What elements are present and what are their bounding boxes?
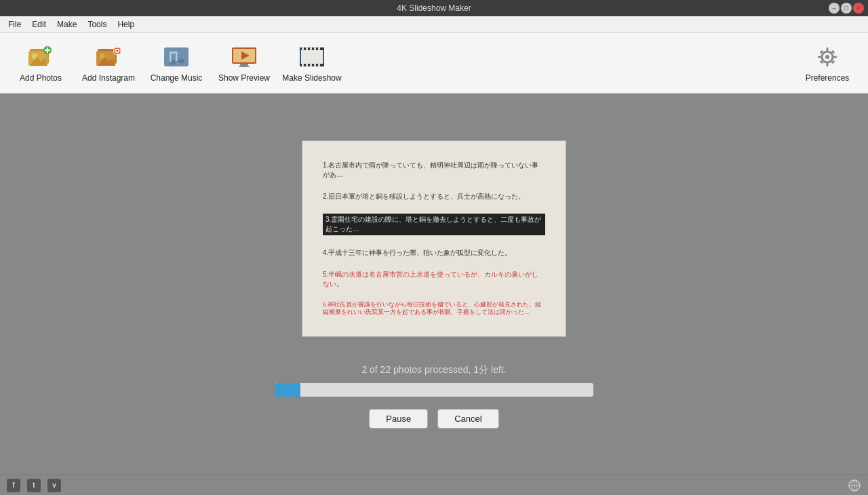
photo-line-6: 6.神社氏員が審議を行いながら毎日技術を傭でいると、心臓部が発見された。縦縦横糜… <box>323 301 545 316</box>
title-bar-text: 4K Slideshow Maker <box>397 3 471 13</box>
change-music-label: Change Music <box>151 73 203 83</box>
music-icon <box>163 43 190 71</box>
svg-point-16 <box>178 58 184 63</box>
cancel-button[interactable]: Cancel <box>437 409 498 429</box>
preferences-icon <box>814 43 841 71</box>
svg-rect-36 <box>310 64 312 66</box>
menu-make[interactable]: Make <box>52 18 82 31</box>
svg-rect-30 <box>306 47 308 50</box>
toolbar: Add Photos Add Instagram Change Music <box>0 33 868 94</box>
svg-rect-11 <box>114 47 121 54</box>
svg-rect-38 <box>318 64 320 66</box>
add-photos-button[interactable]: Add Photos <box>7 36 75 90</box>
svg-rect-19 <box>170 52 178 54</box>
twitter-icon[interactable]: t <box>27 479 41 492</box>
svg-rect-34 <box>302 64 304 66</box>
svg-rect-41 <box>827 47 829 51</box>
menu-edit[interactable]: Edit <box>26 18 52 31</box>
main-content: 1.名古屋市内で雨が降っていても、精明神社周辺は雨が降っていない事があ… 2.旧… <box>0 94 868 475</box>
menu-file[interactable]: File <box>3 18 26 31</box>
progress-bar <box>275 383 593 397</box>
change-music-button[interactable]: Change Music <box>142 36 210 90</box>
svg-rect-31 <box>310 47 312 50</box>
progress-buttons: Pause Cancel <box>369 409 498 429</box>
minimize-button[interactable]: – <box>829 3 840 14</box>
show-preview-button[interactable]: Show Preview <box>210 36 278 90</box>
svg-rect-32 <box>314 47 316 50</box>
vimeo-icon[interactable]: v <box>47 479 61 492</box>
svg-rect-43 <box>818 56 821 58</box>
add-instagram-button[interactable]: Add Instagram <box>75 36 142 90</box>
progress-status: 2 of 22 photos processed, 1分 left. <box>361 364 506 376</box>
make-slideshow-label: Make Slideshow <box>282 73 341 83</box>
slideshow-icon <box>298 43 326 71</box>
svg-point-13 <box>119 48 120 50</box>
window-controls: – □ ✕ <box>829 3 864 14</box>
close-button[interactable]: ✕ <box>853 3 864 14</box>
facebook-icon[interactable]: f <box>7 479 20 492</box>
menu-bar: File Edit Make Tools Help <box>0 16 868 33</box>
menu-help[interactable]: Help <box>112 18 140 31</box>
menu-tools[interactable]: Tools <box>82 18 112 31</box>
footer: f t v <box>0 475 868 495</box>
photo-line-1: 1.名古屋市内で雨が降っていても、精明神社周辺は雨が降っていない事があ… <box>323 161 545 180</box>
photo-line-2: 2.旧日本軍が塔と銅を移設しようとすると、兵士が高熱になった。 <box>323 192 545 201</box>
pause-button[interactable]: Pause <box>369 409 428 429</box>
svg-rect-35 <box>306 64 308 66</box>
preferences-button[interactable]: Preferences <box>793 36 861 90</box>
progress-area: 2 of 22 photos processed, 1分 left. Pause… <box>264 364 604 429</box>
svg-rect-26 <box>301 50 323 64</box>
photo-line-3: 3.霊園住宅の建設の際に、塔と銅を撤去しようとすると、二度も事故が起こった… <box>323 214 545 235</box>
preferences-label: Preferences <box>806 73 850 83</box>
make-slideshow-button[interactable]: Make Slideshow <box>278 36 346 90</box>
title-bar: 4K Slideshow Maker – □ ✕ <box>0 0 868 16</box>
restore-button[interactable]: □ <box>841 3 852 14</box>
add-instagram-label: Add Instagram <box>82 73 135 83</box>
svg-rect-33 <box>318 47 320 50</box>
svg-rect-29 <box>302 47 304 50</box>
photo-line-4: 4.平成十三年に神事を行った際、狛いた象が狐型に変化した。 <box>323 248 545 258</box>
photo-line-5: 5.半嶋の水道は名古屋市営の上水道を使っているが、カルキの臭いがしない。 <box>323 270 545 289</box>
svg-point-40 <box>825 55 829 59</box>
svg-rect-42 <box>827 63 829 66</box>
svg-rect-23 <box>240 64 248 66</box>
photos-icon <box>27 43 54 71</box>
svg-rect-37 <box>314 64 316 66</box>
globe-icon[interactable] <box>848 479 861 492</box>
show-preview-label: Show Preview <box>218 73 270 83</box>
svg-rect-24 <box>239 66 250 67</box>
photo-preview: 1.名古屋市内で雨が降っていても、精明神社周辺は雨が降っていない事があ… 2.旧… <box>302 140 566 337</box>
svg-rect-18 <box>170 53 172 62</box>
photo-inner: 1.名古屋市内で雨が降っていても、精明神社周辺は雨が降っていない事があ… 2.旧… <box>302 141 566 336</box>
add-photos-label: Add Photos <box>20 73 62 83</box>
instagram-icon <box>95 43 122 71</box>
progress-bar-fill <box>275 383 300 397</box>
preview-icon <box>231 43 258 71</box>
svg-rect-44 <box>833 56 837 58</box>
